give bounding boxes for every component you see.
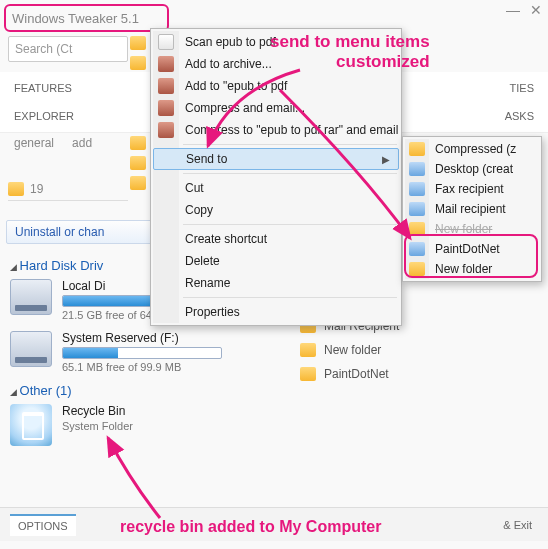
submenu-arrow-icon: ▶ (382, 154, 390, 165)
app-icon (409, 242, 425, 256)
options-button[interactable]: OPTIONS (10, 514, 76, 536)
other-header[interactable]: Other (1) (10, 383, 290, 398)
subtab-general[interactable]: general (14, 136, 54, 150)
save-exit-button[interactable]: & Exit (497, 515, 538, 535)
tab-features[interactable]: FEATURES (14, 78, 72, 98)
folder-icon (130, 56, 146, 70)
folder-icon (409, 262, 425, 276)
close-button[interactable]: ✕ (530, 2, 542, 18)
annotation-recycle: recycle bin added to My Computer (120, 518, 381, 536)
usage-bar (62, 347, 222, 359)
sendto-newfolder-top[interactable]: New folder (405, 219, 539, 239)
cm-create-shortcut[interactable]: Create shortcut (153, 228, 399, 250)
list-item[interactable]: PaintDotNet (300, 362, 540, 386)
window-title: Windows Tweaker 5.1 (12, 11, 139, 26)
folder-row-label: 19 (30, 182, 43, 196)
folder-icon (300, 343, 316, 357)
cm-rename[interactable]: Rename (153, 272, 399, 294)
folder-row[interactable]: 19 (8, 178, 128, 201)
send-to-submenu: Compressed (z Desktop (creat Fax recipie… (402, 136, 542, 282)
folder-icon (130, 176, 146, 190)
recycle-bin-name: Recycle Bin (62, 404, 290, 418)
sendto-desktop[interactable]: Desktop (creat (405, 159, 539, 179)
fax-icon (409, 182, 425, 196)
folder-icon (409, 142, 425, 156)
drive-icon (10, 279, 52, 315)
search-placeholder: Search (Ct (15, 42, 72, 56)
sendto-compressed[interactable]: Compressed (z (405, 139, 539, 159)
cm-compress-epub[interactable]: Compress to "epub to pdf.rar" and email (153, 119, 399, 141)
archive-icon (158, 122, 174, 138)
cm-properties[interactable]: Properties (153, 301, 399, 323)
archive-icon (158, 56, 174, 72)
cm-copy[interactable]: Copy (153, 199, 399, 221)
cm-cut[interactable]: Cut (153, 177, 399, 199)
window-title-highlight: Windows Tweaker 5.1 (4, 4, 169, 32)
archive-icon (158, 78, 174, 94)
sendto-newfolder[interactable]: New folder (405, 259, 539, 279)
desktop-icon (409, 162, 425, 176)
cm-delete[interactable]: Delete (153, 250, 399, 272)
drive-row-system-reserved[interactable]: System Reserved (F:) 65.1 MB free of 99.… (10, 331, 290, 373)
drive-name: System Reserved (F:) (62, 331, 290, 345)
context-menu: Scan epub to pdf Add to archive... Add t… (150, 28, 402, 326)
annotation-sendto: send to menu items customized (270, 32, 430, 71)
recycle-bin-row[interactable]: Recycle Bin System Folder (10, 404, 290, 446)
cm-compress-email[interactable]: Compress and email... (153, 97, 399, 119)
window-controls: — ✕ (506, 2, 542, 18)
page-icon (158, 34, 174, 50)
subtab-add[interactable]: add (72, 136, 92, 150)
tab-right-asks[interactable]: ASKS (505, 106, 534, 126)
drive-icon (10, 331, 52, 367)
recycle-bin-type: System Folder (62, 420, 290, 432)
mail-icon (409, 202, 425, 216)
search-input[interactable]: Search (Ct (8, 36, 128, 62)
folder-icon (409, 222, 425, 236)
folder-icon (130, 36, 146, 50)
drive-free-text: 65.1 MB free of 99.9 MB (62, 361, 290, 373)
folder-icon (130, 156, 146, 170)
cm-send-to[interactable]: Send to▶ (153, 148, 399, 170)
tab-explorer[interactable]: EXPLORER (14, 106, 74, 126)
archive-icon (158, 100, 174, 116)
app-icon (300, 367, 316, 381)
recycle-bin-icon (10, 404, 52, 446)
sendto-mail[interactable]: Mail recipient (405, 199, 539, 219)
sendto-fax[interactable]: Fax recipient (405, 179, 539, 199)
tab-right-ties[interactable]: TIES (510, 78, 534, 98)
minimize-button[interactable]: — (506, 2, 520, 18)
sendto-paintdotnet[interactable]: PaintDotNet (405, 239, 539, 259)
cm-add-epub[interactable]: Add to "epub to pdf (153, 75, 399, 97)
folder-icon (8, 182, 24, 196)
list-item[interactable]: New folder (300, 338, 540, 362)
uninstall-label: Uninstall or chan (15, 225, 104, 239)
